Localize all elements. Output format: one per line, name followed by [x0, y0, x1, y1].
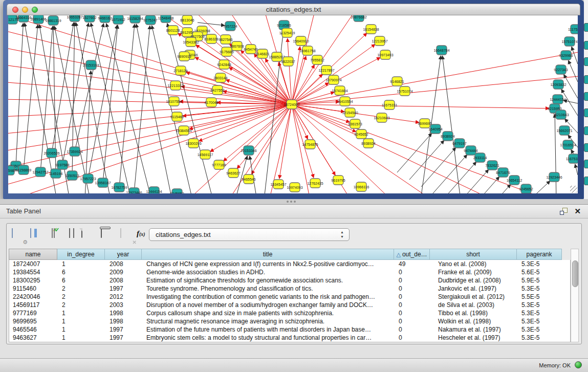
- table-cell[interactable]: Changes of HCN gene expression and I(f) …: [142, 260, 395, 268]
- window-titlebar[interactable]: citations_edges.txt: [7, 4, 580, 15]
- table-cell[interactable]: de Silva et al. (2003): [430, 301, 517, 309]
- table-row[interactable]: 2242004622012Investigating the contribut…: [9, 293, 570, 301]
- network-canvas[interactable]: 1512174916664316208914061986131910653287…: [8, 15, 578, 193]
- table-cell[interactable]: 5.3E-5: [517, 309, 562, 317]
- graph-node[interactable]: 9466162: [98, 15, 112, 23]
- graph-node[interactable]: 17957223: [80, 174, 96, 183]
- split-divider[interactable]: [0, 199, 588, 204]
- table-cell[interactable]: 9699695: [9, 317, 58, 325]
- memory-ok-indicator[interactable]: [575, 361, 582, 368]
- graph-node[interactable]: 15692071: [556, 126, 572, 135]
- column-header-pagerank[interactable]: pagerank: [517, 249, 562, 260]
- table-cell[interactable]: Dudbridge et al. (2008): [430, 276, 517, 285]
- graph-node[interactable]: 4170046: [204, 98, 218, 107]
- graph-node[interactable]: 20153103: [83, 60, 99, 70]
- graph-node[interactable]: 15751074: [397, 86, 412, 96]
- table-cell[interactable]: 9465546: [9, 325, 58, 334]
- graph-node[interactable]: 9245652: [354, 129, 368, 139]
- table-cell[interactable]: 0: [395, 317, 430, 325]
- graph-node[interactable]: 9465546: [242, 174, 255, 184]
- table-cell[interactable]: 5.5E-5: [517, 293, 562, 301]
- graph-node[interactable]: 16154838: [363, 25, 379, 34]
- table-cell[interactable]: 2009: [105, 268, 142, 276]
- table-cell[interactable]: 5.3E-5: [517, 317, 562, 325]
- table-row[interactable]: 1938455462009Genome-wide association stu…: [9, 268, 570, 276]
- graph-node[interactable]: 16210643: [374, 113, 389, 122]
- graph-node[interactable]: 8601128: [166, 26, 180, 35]
- graph-node[interactable]: 9361573: [348, 119, 362, 128]
- graph-node[interactable]: 17016514: [560, 140, 576, 149]
- graph-node[interactable]: 9777169: [212, 160, 226, 169]
- graph-node[interactable]: 9699695: [418, 119, 431, 128]
- graph-node[interactable]: 10966116: [354, 182, 369, 191]
- table-row[interactable]: 946362711997Embryonic stem cells: a mode…: [9, 334, 570, 342]
- table-cell[interactable]: Nakamura et al. (1997): [430, 325, 517, 334]
- graph-node[interactable]: 16961758: [299, 46, 315, 55]
- table-cell[interactable]: 1: [58, 317, 105, 325]
- graph-node[interactable]: 16648784: [433, 46, 449, 55]
- column-header-in_degree[interactable]: in_degree: [57, 249, 105, 260]
- graph-node[interactable]: 11675331: [382, 100, 398, 110]
- table-cell[interactable]: 19384554: [9, 268, 58, 276]
- graph-node[interactable]: 8938924: [441, 132, 454, 141]
- table-cell[interactable]: 1: [58, 334, 105, 342]
- graph-node[interactable]: 9822037: [281, 57, 295, 66]
- graph-node[interactable]: 1527602: [82, 15, 96, 22]
- graph-node[interactable]: 8427552: [210, 85, 224, 95]
- table-row[interactable]: 977716911998Corpus callosum shape and si…: [9, 309, 570, 317]
- graph-node[interactable]: 11548498: [158, 15, 174, 23]
- table-cell[interactable]: 0: [395, 285, 430, 293]
- graph-node[interactable]: 12923446: [546, 172, 562, 182]
- table-cell[interactable]: 2: [58, 301, 105, 309]
- graph-node[interactable]: 7957224: [223, 21, 237, 31]
- graph-node[interactable]: 20876682: [351, 15, 366, 21]
- table-selector-dropdown[interactable]: citations_edges.txt ▲▼: [149, 228, 350, 241]
- graph-node[interactable]: 7832621: [485, 161, 499, 170]
- table-cell[interactable]: 5.3E-5: [517, 285, 562, 293]
- table-cell[interactable]: 22420046: [9, 293, 58, 301]
- table-cell[interactable]: Tibbo et al. (1998): [430, 309, 517, 317]
- table-cell[interactable]: Estimation of the future numbers of pati…: [142, 325, 395, 334]
- column-header-title[interactable]: title: [142, 249, 394, 260]
- table-cell[interactable]: 0: [395, 309, 430, 317]
- divider-grip-icon[interactable]: [287, 201, 296, 203]
- graph-node[interactable]: 11675331: [566, 154, 578, 163]
- graph-node[interactable]: 8813046: [180, 15, 194, 25]
- table-cell[interactable]: 5.3E-5: [517, 325, 562, 334]
- graph-node[interactable]: 9146821: [390, 77, 404, 86]
- graph-node[interactable]: 16410554: [337, 97, 353, 106]
- graph-node[interactable]: 9275247: [143, 15, 157, 25]
- graph-node[interactable]: 12213957: [372, 36, 387, 46]
- table-cell[interactable]: Investigating the contribution of common…: [142, 293, 395, 301]
- table-cell[interactable]: 6: [58, 276, 105, 285]
- table-cell[interactable]: 2003: [105, 301, 142, 309]
- table-cell[interactable]: 2: [58, 285, 105, 293]
- graph-node[interactable]: 15751074: [561, 37, 577, 46]
- table-cell[interactable]: 5.3E-5: [517, 334, 562, 342]
- table-row[interactable]: 1456911722003Disruption of a novel membe…: [9, 301, 570, 309]
- table-cell[interactable]: Yano et al. (2008): [430, 260, 517, 268]
- table-row[interactable]: 946554611997Estimation of the future num…: [9, 325, 570, 334]
- graph-node[interactable]: 8471676: [496, 168, 510, 177]
- graph-node[interactable]: 9463627: [226, 168, 240, 178]
- graph-node[interactable]: 2803144: [213, 73, 227, 82]
- table-settings-icon[interactable]: ⚙: [12, 229, 26, 243]
- graph-node[interactable]: 12444154: [550, 95, 565, 104]
- graph-node[interactable]: 8186328: [204, 34, 218, 43]
- graph-node[interactable]: 9245652: [170, 189, 184, 193]
- graph-node[interactable]: 2718129: [173, 66, 187, 75]
- table-row[interactable]: 1830029562008Estimation of significance …: [9, 276, 570, 285]
- table-cell[interactable]: Estimation of significance thresholds fo…: [142, 276, 395, 285]
- graph-node[interactable]: 10653287: [67, 15, 82, 21]
- table-cell[interactable]: 14569117: [9, 301, 58, 309]
- graph-node[interactable]: 9890915: [177, 52, 191, 61]
- table-cell[interactable]: 0: [395, 325, 430, 334]
- table-scrollbar[interactable]: [571, 249, 579, 342]
- graph-node[interactable]: 2933114: [473, 153, 487, 162]
- table-cell[interactable]: Genome-wide association studies in ADHD.: [142, 268, 395, 276]
- column-header-out_de[interactable]: △out_de…: [394, 249, 430, 260]
- table-cell[interactable]: 9463627: [9, 334, 58, 342]
- table-row[interactable]: 1872400712008Changes of HCN gene express…: [9, 260, 570, 268]
- table-cell[interactable]: 1: [58, 325, 105, 334]
- table-cell[interactable]: 2008: [105, 260, 142, 268]
